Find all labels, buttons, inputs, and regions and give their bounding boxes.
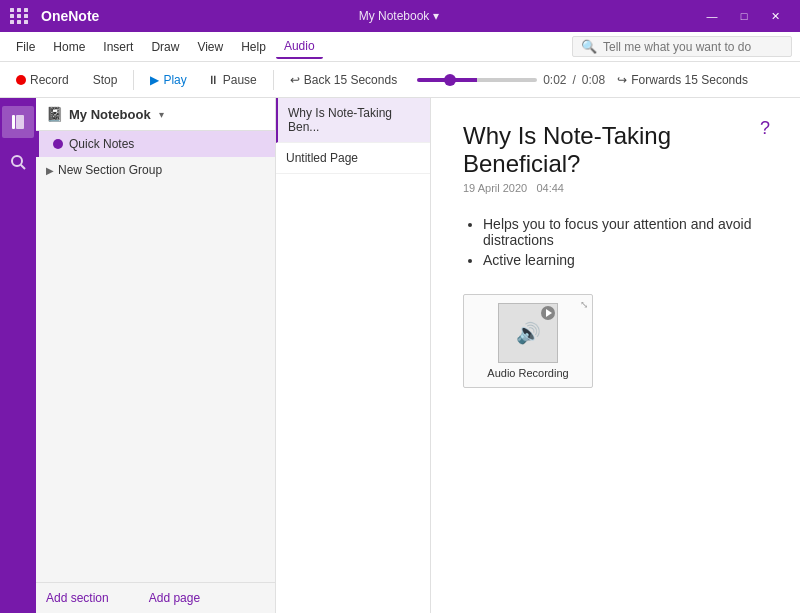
search-icon: 🔍 — [581, 39, 597, 54]
forward-icon: ↪ — [617, 73, 627, 87]
sidebar-footer: Add section Add page — [36, 582, 275, 613]
nav-search-icon[interactable] — [2, 146, 34, 178]
play-button[interactable]: ▶ Play — [142, 69, 194, 91]
playback-area: 0:02 / 0:08 — [417, 73, 605, 87]
play-overlay-icon — [541, 306, 555, 320]
search-input[interactable] — [603, 40, 783, 54]
total-time: 0:08 — [582, 73, 605, 87]
page-list-item-0[interactable]: Why Is Note-Taking Ben... — [276, 98, 430, 143]
section-quick-notes[interactable]: Quick Notes — [36, 131, 275, 157]
progress-slider[interactable] — [417, 78, 537, 82]
page-title: Why Is Note-Taking Beneficial? — [463, 122, 768, 178]
notebook-chevron-icon: ▾ — [159, 109, 164, 120]
bullet-item-0: Helps you to focus your attention and av… — [483, 214, 768, 250]
nav-icons — [0, 98, 36, 613]
pages-panel: Why Is Note-Taking Ben... Untitled Page — [276, 98, 431, 613]
audio-block-label: Audio Recording — [472, 367, 584, 379]
back-icon: ↩ — [290, 73, 300, 87]
svg-point-2 — [12, 156, 22, 166]
play-icon: ▶ — [150, 73, 159, 87]
page-list-item-1[interactable]: Untitled Page — [276, 143, 430, 174]
stop-button[interactable]: Stop — [81, 69, 126, 91]
toolbar-separator-2 — [273, 70, 274, 90]
resize-handle-icon[interactable]: ⤡ — [580, 299, 588, 310]
nav-notebooks-icon[interactable] — [2, 106, 34, 138]
app-grid-icon[interactable] — [10, 8, 29, 24]
section-group-item[interactable]: ▶ New Section Group — [36, 157, 275, 183]
add-page-button[interactable]: Add page — [149, 591, 200, 605]
menu-home[interactable]: Home — [45, 36, 93, 58]
notebook-header[interactable]: 📓 My Notebook ▾ — [36, 98, 275, 131]
maximize-button[interactable]: □ — [730, 6, 758, 26]
pause-icon: ⏸ — [207, 73, 219, 87]
svg-rect-1 — [16, 115, 24, 129]
bullet-item-1: Active learning — [483, 250, 768, 270]
left-panel: 📓 My Notebook ▾ Quick Notes ▶ New Sectio… — [36, 98, 431, 613]
window-controls: — □ ✕ — [698, 6, 790, 26]
audio-block-container[interactable]: ⤡ 🔊 Audio Recording — [463, 294, 593, 388]
menu-draw[interactable]: Draw — [143, 36, 187, 58]
content-area: ? Why Is Note-Taking Beneficial? 19 Apri… — [431, 98, 800, 613]
menu-audio[interactable]: Audio — [276, 35, 323, 59]
notebook-title-bar: My Notebook ▾ — [359, 9, 439, 23]
notebook-icon: 📓 — [46, 106, 63, 122]
bullet-list: Helps you to focus your attention and av… — [463, 214, 768, 270]
current-time: 0:02 — [543, 73, 566, 87]
svg-rect-0 — [12, 115, 15, 129]
notebook-name: My Notebook — [69, 107, 151, 122]
main-layout: 📓 My Notebook ▾ Quick Notes ▶ New Sectio… — [0, 98, 800, 613]
app-name: OneNote — [41, 8, 99, 24]
expand-arrow-icon: ▶ — [46, 165, 54, 176]
back-button[interactable]: ↩ Back 15 Seconds — [282, 69, 405, 91]
audio-block-thumbnail: 🔊 — [498, 303, 558, 363]
title-bar: OneNote My Notebook ▾ — □ ✕ — [0, 0, 800, 32]
record-button[interactable]: Record — [8, 69, 77, 91]
minimize-button[interactable]: — — [698, 6, 726, 26]
page-meta: 19 April 2020 04:44 — [463, 182, 768, 194]
toolbar-separator — [133, 70, 134, 90]
sidebar: 📓 My Notebook ▾ Quick Notes ▶ New Sectio… — [36, 98, 276, 613]
speaker-icon: 🔊 — [516, 321, 541, 345]
menu-help[interactable]: Help — [233, 36, 274, 58]
menu-bar: File Home Insert Draw View Help Audio 🔍 — [0, 32, 800, 62]
add-section-button[interactable]: Add section — [46, 591, 109, 605]
page-date: 19 April 2020 — [463, 182, 527, 194]
forward-button[interactable]: ↪ Forwards 15 Seconds — [609, 69, 756, 91]
audio-toolbar: Record Stop ▶ Play ⏸ Pause ↩ Back 15 Sec… — [0, 62, 800, 98]
time-separator: / — [573, 73, 576, 87]
menu-file[interactable]: File — [8, 36, 43, 58]
menu-insert[interactable]: Insert — [95, 36, 141, 58]
record-dot-icon — [16, 75, 26, 85]
svg-line-3 — [21, 165, 25, 169]
section-color-indicator — [53, 139, 63, 149]
menu-view[interactable]: View — [189, 36, 231, 58]
help-icon[interactable]: ? — [760, 118, 770, 139]
search-bar[interactable]: 🔍 — [572, 36, 792, 57]
page-time: 04:44 — [536, 182, 564, 194]
pause-button[interactable]: ⏸ Pause — [199, 69, 265, 91]
close-button[interactable]: ✕ — [762, 6, 790, 26]
sections-list: Quick Notes ▶ New Section Group — [36, 131, 275, 582]
